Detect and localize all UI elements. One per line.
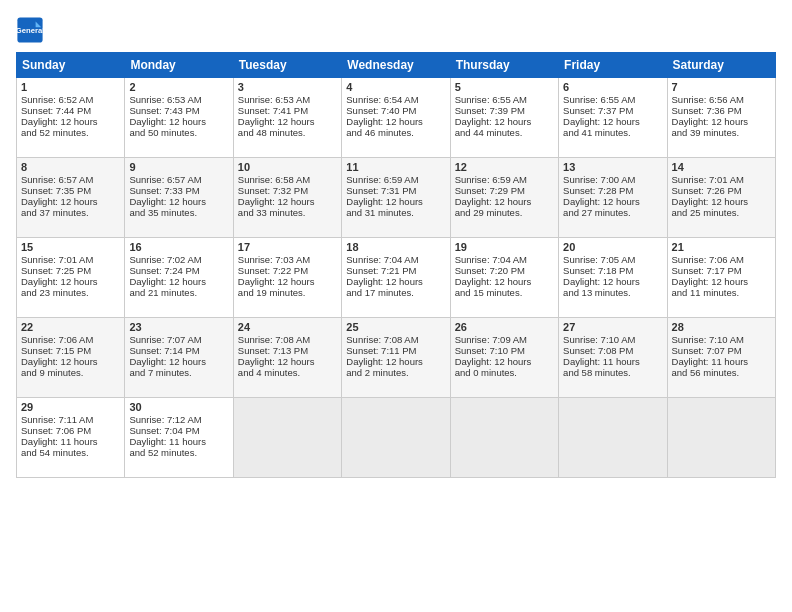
day-info-line: Sunrise: 7:04 AM bbox=[346, 254, 445, 265]
day-info-line: Sunrise: 6:53 AM bbox=[238, 94, 337, 105]
day-number: 25 bbox=[346, 321, 445, 333]
calendar-week-row: 22Sunrise: 7:06 AMSunset: 7:15 PMDayligh… bbox=[17, 318, 776, 398]
calendar-cell-29: 29Sunrise: 7:11 AMSunset: 7:06 PMDayligh… bbox=[17, 398, 125, 478]
day-number: 21 bbox=[672, 241, 771, 253]
day-number: 3 bbox=[238, 81, 337, 93]
day-info-line: Sunrise: 7:00 AM bbox=[563, 174, 662, 185]
day-number: 12 bbox=[455, 161, 554, 173]
day-info-line: Sunset: 7:43 PM bbox=[129, 105, 228, 116]
day-info-line: and 52 minutes. bbox=[21, 127, 120, 138]
day-info-line: and 54 minutes. bbox=[21, 447, 120, 458]
day-info-line: Sunset: 7:39 PM bbox=[455, 105, 554, 116]
calendar-cell-23: 23Sunrise: 7:07 AMSunset: 7:14 PMDayligh… bbox=[125, 318, 233, 398]
calendar-cell-12: 12Sunrise: 6:59 AMSunset: 7:29 PMDayligh… bbox=[450, 158, 558, 238]
calendar-cell-empty bbox=[559, 398, 667, 478]
day-number: 23 bbox=[129, 321, 228, 333]
calendar-week-row: 8Sunrise: 6:57 AMSunset: 7:35 PMDaylight… bbox=[17, 158, 776, 238]
calendar-cell-9: 9Sunrise: 6:57 AMSunset: 7:33 PMDaylight… bbox=[125, 158, 233, 238]
day-info-line: Daylight: 12 hours bbox=[238, 116, 337, 127]
day-info-line: Sunset: 7:13 PM bbox=[238, 345, 337, 356]
day-info-line: Daylight: 12 hours bbox=[129, 116, 228, 127]
calendar-cell-21: 21Sunrise: 7:06 AMSunset: 7:17 PMDayligh… bbox=[667, 238, 775, 318]
calendar-cell-25: 25Sunrise: 7:08 AMSunset: 7:11 PMDayligh… bbox=[342, 318, 450, 398]
day-info-line: and 19 minutes. bbox=[238, 287, 337, 298]
calendar-cell-20: 20Sunrise: 7:05 AMSunset: 7:18 PMDayligh… bbox=[559, 238, 667, 318]
calendar-cell-2: 2Sunrise: 6:53 AMSunset: 7:43 PMDaylight… bbox=[125, 78, 233, 158]
day-number: 20 bbox=[563, 241, 662, 253]
weekday-header-monday: Monday bbox=[125, 53, 233, 78]
day-info-line: and 33 minutes. bbox=[238, 207, 337, 218]
calendar-cell-15: 15Sunrise: 7:01 AMSunset: 7:25 PMDayligh… bbox=[17, 238, 125, 318]
calendar-cell-19: 19Sunrise: 7:04 AMSunset: 7:20 PMDayligh… bbox=[450, 238, 558, 318]
day-info-line: Sunrise: 7:07 AM bbox=[129, 334, 228, 345]
day-number: 13 bbox=[563, 161, 662, 173]
day-info-line: Sunrise: 6:59 AM bbox=[455, 174, 554, 185]
calendar-cell-empty bbox=[342, 398, 450, 478]
day-info-line: Sunset: 7:18 PM bbox=[563, 265, 662, 276]
calendar-cell-24: 24Sunrise: 7:08 AMSunset: 7:13 PMDayligh… bbox=[233, 318, 341, 398]
day-number: 2 bbox=[129, 81, 228, 93]
calendar-cell-28: 28Sunrise: 7:10 AMSunset: 7:07 PMDayligh… bbox=[667, 318, 775, 398]
day-info-line: Sunset: 7:35 PM bbox=[21, 185, 120, 196]
day-info-line: Sunset: 7:28 PM bbox=[563, 185, 662, 196]
day-number: 22 bbox=[21, 321, 120, 333]
day-info-line: Daylight: 12 hours bbox=[21, 356, 120, 367]
day-info-line: Sunset: 7:37 PM bbox=[563, 105, 662, 116]
day-number: 15 bbox=[21, 241, 120, 253]
day-info-line: Sunrise: 7:01 AM bbox=[21, 254, 120, 265]
day-info-line: and 41 minutes. bbox=[563, 127, 662, 138]
calendar-cell-empty bbox=[450, 398, 558, 478]
day-info-line: and 39 minutes. bbox=[672, 127, 771, 138]
day-info-line: Sunset: 7:25 PM bbox=[21, 265, 120, 276]
calendar-week-row: 15Sunrise: 7:01 AMSunset: 7:25 PMDayligh… bbox=[17, 238, 776, 318]
day-info-line: Sunset: 7:31 PM bbox=[346, 185, 445, 196]
day-info-line: Daylight: 12 hours bbox=[346, 116, 445, 127]
calendar-cell-8: 8Sunrise: 6:57 AMSunset: 7:35 PMDaylight… bbox=[17, 158, 125, 238]
day-number: 4 bbox=[346, 81, 445, 93]
logo-icon: General bbox=[16, 16, 44, 44]
day-number: 10 bbox=[238, 161, 337, 173]
header: General bbox=[16, 16, 776, 44]
calendar-cell-10: 10Sunrise: 6:58 AMSunset: 7:32 PMDayligh… bbox=[233, 158, 341, 238]
calendar-cell-empty bbox=[233, 398, 341, 478]
calendar-cell-13: 13Sunrise: 7:00 AMSunset: 7:28 PMDayligh… bbox=[559, 158, 667, 238]
day-info-line: and 46 minutes. bbox=[346, 127, 445, 138]
calendar-cell-3: 3Sunrise: 6:53 AMSunset: 7:41 PMDaylight… bbox=[233, 78, 341, 158]
day-number: 17 bbox=[238, 241, 337, 253]
day-number: 18 bbox=[346, 241, 445, 253]
weekday-header-sunday: Sunday bbox=[17, 53, 125, 78]
day-number: 11 bbox=[346, 161, 445, 173]
calendar-cell-6: 6Sunrise: 6:55 AMSunset: 7:37 PMDaylight… bbox=[559, 78, 667, 158]
day-info-line: Sunset: 7:17 PM bbox=[672, 265, 771, 276]
day-info-line: Sunset: 7:11 PM bbox=[346, 345, 445, 356]
day-info-line: and 52 minutes. bbox=[129, 447, 228, 458]
day-info-line: Daylight: 12 hours bbox=[238, 276, 337, 287]
day-info-line: Sunrise: 7:02 AM bbox=[129, 254, 228, 265]
day-info-line: Daylight: 12 hours bbox=[346, 196, 445, 207]
day-info-line: Daylight: 12 hours bbox=[21, 196, 120, 207]
day-number: 19 bbox=[455, 241, 554, 253]
day-info-line: Daylight: 11 hours bbox=[672, 356, 771, 367]
weekday-header-friday: Friday bbox=[559, 53, 667, 78]
calendar-cell-11: 11Sunrise: 6:59 AMSunset: 7:31 PMDayligh… bbox=[342, 158, 450, 238]
day-info-line: Sunset: 7:14 PM bbox=[129, 345, 228, 356]
day-info-line: Sunset: 7:32 PM bbox=[238, 185, 337, 196]
day-info-line: and 21 minutes. bbox=[129, 287, 228, 298]
day-number: 6 bbox=[563, 81, 662, 93]
calendar-cell-30: 30Sunrise: 7:12 AMSunset: 7:04 PMDayligh… bbox=[125, 398, 233, 478]
day-info-line: Daylight: 12 hours bbox=[455, 356, 554, 367]
day-info-line: Sunset: 7:08 PM bbox=[563, 345, 662, 356]
day-number: 14 bbox=[672, 161, 771, 173]
day-info-line: Daylight: 12 hours bbox=[238, 196, 337, 207]
day-info-line: Sunrise: 6:55 AM bbox=[455, 94, 554, 105]
day-info-line: and 35 minutes. bbox=[129, 207, 228, 218]
calendar-cell-4: 4Sunrise: 6:54 AMSunset: 7:40 PMDaylight… bbox=[342, 78, 450, 158]
day-info-line: and 29 minutes. bbox=[455, 207, 554, 218]
day-info-line: Sunrise: 6:53 AM bbox=[129, 94, 228, 105]
day-info-line: Sunset: 7:26 PM bbox=[672, 185, 771, 196]
day-info-line: Sunset: 7:21 PM bbox=[346, 265, 445, 276]
calendar-cell-17: 17Sunrise: 7:03 AMSunset: 7:22 PMDayligh… bbox=[233, 238, 341, 318]
calendar-cell-22: 22Sunrise: 7:06 AMSunset: 7:15 PMDayligh… bbox=[17, 318, 125, 398]
day-info-line: Sunrise: 6:58 AM bbox=[238, 174, 337, 185]
day-info-line: Daylight: 12 hours bbox=[672, 196, 771, 207]
